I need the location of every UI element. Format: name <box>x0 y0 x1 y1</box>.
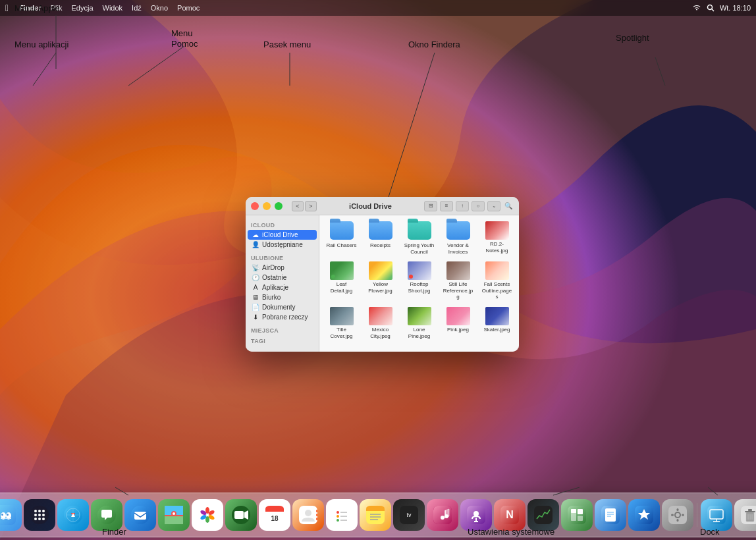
svg-point-12 <box>34 514 37 516</box>
thumbnail-pink <box>446 307 470 325</box>
finder-item-skater[interactable]: Skater.jpeg <box>479 305 515 341</box>
back-button[interactable]: < <box>292 201 304 211</box>
svg-rect-49 <box>316 510 317 512</box>
sidebar-item-airdrop[interactable]: 📡 AirDrop <box>248 263 317 273</box>
dock-messages[interactable] <box>91 499 122 531</box>
dock-appletv[interactable]: tv <box>393 499 425 531</box>
sidebar-item-dokumenty[interactable]: 📄 Dokumenty <box>248 302 317 312</box>
sidebar-item-ostatnie[interactable]: 🕐 Ostatnie <box>248 273 317 283</box>
system-preferences-icon <box>668 506 687 524</box>
dock-facetime[interactable] <box>225 499 257 531</box>
finder-item-mexico-city[interactable]: Mexico City.jpeg <box>362 305 398 341</box>
file-label: Lone Pine.jpeg <box>404 327 435 339</box>
finder-item-rail-chasers[interactable]: Rail Chasers <box>323 219 360 257</box>
dock-maps[interactable] <box>158 499 190 531</box>
numbers-icon <box>568 506 586 524</box>
menubar-idz[interactable]: Idź <box>132 4 142 12</box>
sidebar-item-aplikacje[interactable]: A Aplikacje <box>248 283 317 292</box>
finder-item-vendor[interactable]: Vendor & Invoices <box>440 219 476 257</box>
dock-numbers[interactable] <box>561 499 593 531</box>
clock-display: Wt. 18:10 <box>720 4 751 12</box>
dock-stocks[interactable] <box>527 499 559 531</box>
maximize-button[interactable] <box>275 202 283 210</box>
dock-music[interactable] <box>427 499 458 531</box>
finder-item-spring-youth[interactable]: Spring Youth Council <box>401 219 437 257</box>
menubar-pomoc[interactable]: Pomoc <box>177 4 200 12</box>
dock-finder[interactable] <box>0 499 22 531</box>
svg-rect-41 <box>234 511 244 519</box>
svg-point-11 <box>42 510 45 512</box>
dock-photos[interactable] <box>192 499 223 531</box>
finder-item-fall-scents[interactable]: Fall Scents Outline.pages <box>479 259 515 302</box>
sidebar-item-biurko[interactable]: 🖥 Biurko <box>248 292 317 302</box>
dock-launchpad[interactable] <box>24 499 55 531</box>
menubar-widok[interactable]: Widok <box>103 4 123 12</box>
desktop-icon: 🖥 <box>252 294 259 301</box>
sidebar-item-pobrane[interactable]: ⬇ Pobrane rzeczy <box>248 312 317 322</box>
svg-rect-84 <box>605 508 616 522</box>
svg-point-4 <box>1 512 6 519</box>
svg-point-13 <box>38 514 41 516</box>
view-grid-button[interactable]: ⊞ <box>424 201 437 211</box>
airdrop-icon: 📡 <box>252 264 259 271</box>
finder-item-still-life[interactable]: Still Life Reference.jpg <box>440 259 476 302</box>
dock-notes[interactable] <box>360 499 391 531</box>
finder-item-pink[interactable]: Pink.jpeg <box>440 305 476 341</box>
launchpad-icon <box>30 506 49 524</box>
svg-point-15 <box>34 518 37 520</box>
sidebar-item-udostepniane[interactable]: 👤 Udostępniane <box>248 240 317 250</box>
more-button[interactable]: ⌄ <box>487 201 500 211</box>
dock-podcasts[interactable] <box>460 499 492 531</box>
dock-trash[interactable] <box>734 499 756 531</box>
menubar-edycja[interactable]: Edycja <box>71 4 93 12</box>
file-label: Pink.jpeg <box>447 327 469 333</box>
view-list-button[interactable]: ≡ <box>440 201 453 211</box>
svg-text:tv: tv <box>406 512 412 518</box>
status-dot <box>409 275 413 279</box>
finder-item-yellow-flower[interactable]: Yellow Flower.jpg <box>362 259 398 302</box>
thumbnail-scents <box>485 261 509 280</box>
dock-news[interactable]: N <box>494 499 526 531</box>
finder-item-lone-pine[interactable]: Lone Pine.jpeg <box>401 305 437 341</box>
sidebar-header-miejsca: Miejsca <box>246 325 319 335</box>
dock-appstore[interactable] <box>628 499 660 531</box>
finder-item-receipts[interactable]: Receipts <box>362 219 398 257</box>
finder-item-rd-notes[interactable]: RD.2-Notes.jpg <box>479 219 515 257</box>
close-button[interactable] <box>251 202 259 210</box>
sidebar-header-icloud: iCloud <box>246 219 319 230</box>
sidebar-header-tagi: Tagi <box>246 335 319 346</box>
dock-pages[interactable] <box>595 499 626 531</box>
svg-point-10 <box>38 510 41 512</box>
sidebar-item-icloud-drive[interactable]: ☁ iCloud Drive <box>248 230 317 240</box>
svg-point-69 <box>441 516 445 520</box>
finder-main: Rail Chasers Receipts Spring Youth Counc… <box>319 215 519 352</box>
minimize-button[interactable] <box>263 202 271 210</box>
dock-reminders[interactable] <box>326 499 358 531</box>
tag-button[interactable]: ○ <box>472 201 485 211</box>
annotation-ustawienia-systemowe: Ustawienia systemowe <box>468 527 554 537</box>
spotlight-menu-icon[interactable] <box>707 4 715 12</box>
svg-rect-93 <box>677 519 679 522</box>
dock-mail[interactable] <box>124 499 156 531</box>
dock-contacts[interactable] <box>292 499 324 531</box>
dock-calendar[interactable]: 18 <box>259 499 290 531</box>
forward-button[interactable]: > <box>305 201 317 211</box>
search-button[interactable]: 🔍 <box>503 202 514 211</box>
dock-screentime[interactable] <box>701 499 732 531</box>
dock-system-preferences[interactable] <box>662 499 693 531</box>
annotation-menu-aplikacji: Menu aplikacji <box>14 40 68 49</box>
share-button[interactable]: ↑ <box>456 201 469 211</box>
annotation-dock: Dock <box>700 527 720 537</box>
finder-item-leaf-detail[interactable]: Leaf Detail.jpg <box>323 259 360 302</box>
finder-window[interactable]: < > iCloud Drive ⊞ ≡ ↑ ○ ⌄ 🔍 iCloud ☁ iC… <box>246 197 519 352</box>
finder-item-rooftop[interactable]: Rooftop Shoot.jpg <box>401 259 437 302</box>
finder-item-title-cover[interactable]: Title Cover.jpg <box>323 305 360 341</box>
svg-point-16 <box>38 518 41 520</box>
menubar-okno[interactable]: Okno <box>151 4 168 12</box>
apple-menu[interactable]:  <box>5 3 9 13</box>
dock-safari[interactable] <box>57 499 89 531</box>
thumbnail-leaf <box>330 261 354 280</box>
file-label: Spring Youth Council <box>404 242 435 255</box>
svg-point-6 <box>1 514 3 516</box>
reminders-icon <box>333 506 351 524</box>
